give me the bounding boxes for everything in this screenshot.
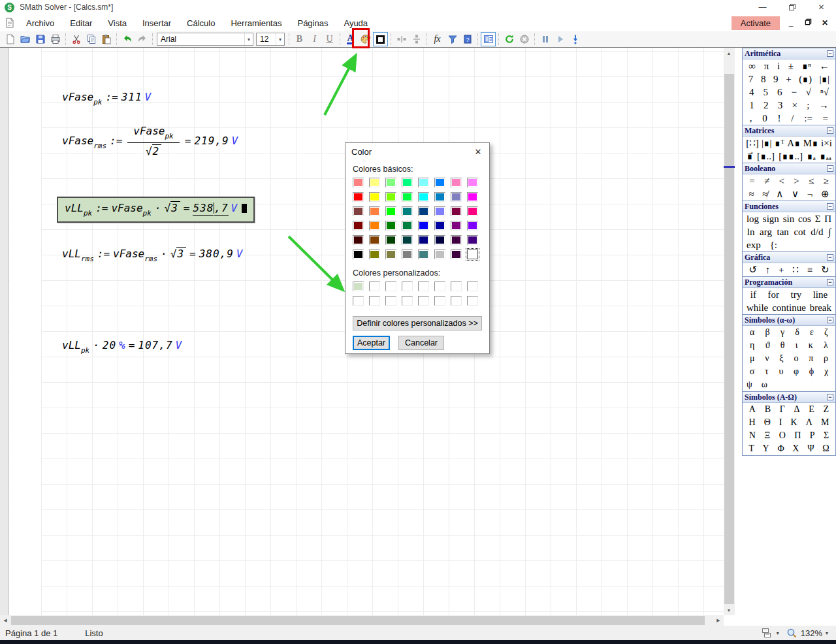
basic-color-swatch[interactable] [369, 221, 380, 231]
new-button[interactable] [3, 32, 18, 46]
background-color-button[interactable] [358, 32, 373, 46]
basic-color-swatch[interactable] [402, 192, 413, 202]
menu-ayuda[interactable]: Ayuda [336, 16, 376, 30]
panel-collapse-button[interactable]: − [827, 203, 833, 210]
palette-item[interactable]: τ [765, 366, 769, 377]
custom-color-swatch[interactable] [451, 296, 462, 306]
filter-button[interactable] [445, 32, 460, 46]
palette-item[interactable]: i×i [821, 138, 832, 149]
palette-item[interactable]: ι [796, 340, 798, 351]
palette-item[interactable]: arg [760, 227, 772, 238]
basic-color-swatch[interactable] [369, 235, 380, 245]
basic-color-swatch[interactable] [418, 221, 429, 231]
custom-color-swatch[interactable] [369, 296, 380, 306]
palette-item[interactable]: ≥ [824, 176, 829, 187]
palette-item[interactable]: if [750, 289, 756, 300]
palette-item[interactable]: χ [824, 366, 828, 377]
basic-color-swatch[interactable] [434, 221, 445, 231]
custom-color-swatch[interactable] [418, 282, 429, 291]
basic-color-swatch[interactable] [434, 206, 445, 216]
palette-item[interactable]: Ν [749, 430, 756, 441]
zoom-magnifier-icon[interactable] [786, 628, 797, 639]
custom-color-swatch[interactable] [418, 296, 429, 306]
basic-color-swatch[interactable] [418, 206, 429, 216]
panel-collapse-button[interactable]: − [827, 279, 833, 285]
basic-color-swatch[interactable] [353, 206, 364, 216]
font-family-select[interactable]: Arial▾ [157, 33, 253, 46]
palette-item[interactable]: > [794, 176, 799, 187]
palette-item[interactable]: ← [820, 61, 829, 72]
palette-item[interactable]: tan [777, 227, 789, 238]
palette-item[interactable]: ω [762, 379, 767, 390]
play-button[interactable] [553, 32, 568, 46]
palette-item[interactable]: cos [798, 214, 811, 225]
window-minimize-button[interactable]: — [748, 0, 777, 14]
palette-item[interactable]: break [810, 302, 831, 314]
basic-color-swatch[interactable] [369, 206, 380, 216]
basic-color-swatch[interactable] [451, 192, 462, 202]
panel-header[interactable]: Booleano− [743, 163, 835, 174]
side-panel-toggle-button[interactable] [481, 32, 496, 46]
palette-item[interactable]: Ζ [824, 404, 829, 415]
palette-item[interactable]: 4 [749, 87, 754, 98]
panel-header[interactable]: Funciones− [743, 201, 835, 212]
basic-color-swatch[interactable] [385, 221, 396, 231]
pause-button[interactable] [538, 32, 553, 46]
basic-color-swatch[interactable] [434, 192, 445, 202]
save-button[interactable] [33, 32, 48, 46]
palette-item[interactable]: − [791, 87, 796, 98]
palette-item[interactable]: < [779, 176, 784, 187]
palette-item[interactable]: while [747, 302, 768, 314]
basic-color-swatch[interactable] [451, 221, 462, 231]
palette-item[interactable]: Ι [779, 417, 782, 428]
menu-insertar[interactable]: Insertar [135, 16, 179, 30]
palette-item[interactable]: 3 [778, 100, 783, 111]
palette-item[interactable]: ψ [747, 379, 752, 390]
palette-item[interactable]: ; [807, 100, 809, 111]
palette-item[interactable]: ≉ [762, 189, 767, 200]
basic-color-swatch[interactable] [353, 178, 364, 187]
custom-color-swatch[interactable] [385, 282, 396, 291]
basic-color-swatch[interactable] [353, 192, 364, 202]
copy-button[interactable] [84, 32, 99, 46]
basic-color-swatch[interactable] [451, 206, 462, 216]
palette-item[interactable]: δ [795, 327, 799, 338]
panel-collapse-button[interactable]: − [827, 394, 833, 400]
stop-button[interactable] [517, 32, 532, 46]
palette-item[interactable]: ↺ [748, 264, 757, 276]
palette-item[interactable]: ∎ₐ [807, 150, 816, 162]
palette-item[interactable]: [∷] [746, 137, 759, 149]
panel-collapse-button[interactable]: − [827, 317, 833, 323]
basic-color-swatch[interactable] [385, 250, 396, 259]
basic-color-swatch[interactable] [467, 178, 478, 187]
basic-color-swatch[interactable] [434, 235, 445, 245]
dialog-close-button[interactable]: ✕ [467, 143, 489, 160]
formula-vll-pk[interactable]: vLLpk:=vFasepk·√3=538,7V [57, 197, 255, 223]
palette-item[interactable]: η [750, 340, 754, 351]
custom-color-swatch[interactable] [402, 282, 413, 291]
custom-color-swatch[interactable] [434, 296, 445, 306]
menu-paginas[interactable]: Páginas [289, 16, 336, 30]
palette-item[interactable]: ∧ [776, 188, 783, 200]
custom-color-swatch[interactable] [467, 296, 478, 306]
help-book-button[interactable]: ? [460, 32, 475, 46]
menu-vista[interactable]: Vista [100, 16, 135, 30]
palette-item[interactable]: / [791, 113, 794, 124]
basic-color-swatch[interactable] [402, 235, 413, 245]
palette-item[interactable]: Γ [780, 404, 785, 415]
palette-item[interactable]: Κ [791, 417, 797, 428]
palette-item[interactable]: ϑ [765, 340, 770, 351]
mdi-minimize-button[interactable]: _ [785, 18, 797, 27]
palette-item[interactable]: υ [779, 366, 783, 377]
debug-step-button[interactable] [568, 32, 583, 46]
palette-item[interactable]: ¬ [807, 189, 812, 200]
zoom-level[interactable]: 132% [801, 628, 822, 638]
undo-button[interactable] [120, 32, 135, 46]
print-button[interactable] [48, 32, 63, 46]
dialog-title-bar[interactable]: Color ✕ [346, 143, 489, 160]
palette-item[interactable]: |∎| [762, 137, 772, 149]
open-button[interactable] [18, 32, 33, 46]
palette-item[interactable]: = [749, 176, 754, 187]
basic-color-swatch[interactable] [451, 250, 462, 259]
basic-color-swatch[interactable] [467, 250, 478, 259]
